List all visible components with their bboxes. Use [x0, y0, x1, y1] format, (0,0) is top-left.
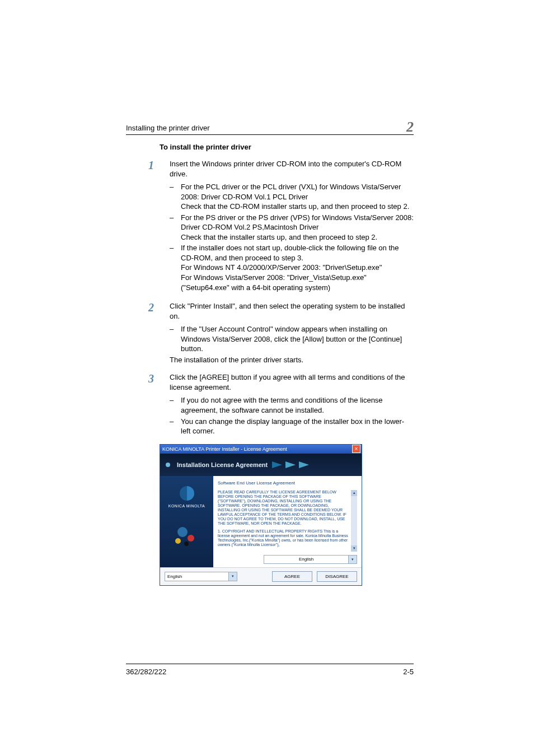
list-item: – If the installer does not start up, do… — [170, 243, 414, 292]
dialog-titlebar[interactable]: KONICA MINOLTA Printer Installer - Licen… — [160, 445, 362, 454]
disagree-button[interactable]: DISAGREE — [317, 571, 357, 582]
list-item: – For the PCL driver or the PCL driver (… — [170, 182, 414, 212]
dash-icon: – — [170, 417, 181, 436]
list-text: If the "User Account Control" window app… — [181, 324, 414, 354]
scroll-down-icon[interactable]: ▾ — [351, 545, 357, 552]
eula-paragraph: 1. COPYRIGHT AND INTELLECTUAL PROPERTY R… — [218, 529, 350, 547]
bullet-icon — [166, 463, 170, 467]
list-item: – If you do not agree with the terms and… — [170, 395, 414, 415]
list-text: For Windows Vista/Server 2008: "Driver_V… — [181, 273, 414, 292]
dash-icon: – — [170, 182, 181, 212]
dash-icon: – — [170, 324, 181, 354]
step-tail: The installation of the printer driver s… — [170, 355, 414, 365]
list-text: Check that the CD-ROM installer starts u… — [181, 202, 414, 212]
ink-splat-icon — [173, 527, 201, 549]
list-text: For the PCL driver or the PCL driver (VX… — [181, 182, 414, 202]
dash-icon: – — [170, 395, 181, 415]
chevron-down-icon[interactable]: ▾ — [349, 555, 357, 564]
step-3: 3 Click the [AGREE] button if you agree … — [148, 372, 414, 437]
dash-icon: – — [170, 213, 181, 242]
step-number: 2 — [148, 301, 170, 368]
chevron-down-icon[interactable]: ▾ — [228, 572, 237, 581]
step-lead: Click "Printer Install", and then select… — [170, 301, 414, 321]
banner-title: Installation License Agreement — [177, 461, 268, 468]
eula-textbox[interactable]: PLEASE READ CAREFULLY THE LICENSE AGREEM… — [218, 490, 357, 552]
brand-text: KONICA MINOLTA — [168, 504, 205, 508]
list-item: – For the PS driver or the PS driver (VP… — [170, 213, 414, 242]
dash-icon: – — [170, 243, 181, 292]
step-number: 3 — [148, 372, 170, 437]
agree-button[interactable]: AGREE — [272, 571, 312, 582]
list-text: If the installer does not start up, doub… — [181, 243, 414, 263]
section-title: To install the printer driver — [160, 143, 414, 151]
list-text: Check that the installer starts up, and … — [181, 232, 414, 242]
step-number: 1 — [148, 159, 170, 293]
installer-dialog: KONICA MINOLTA Printer Installer - Licen… — [160, 444, 362, 586]
list-text: For the PS driver or the PS driver (VPS)… — [181, 213, 414, 232]
list-text: If you do not agree with the terms and c… — [181, 395, 414, 415]
running-title: Installing the printer driver — [126, 124, 210, 132]
list-text: For Windows NT 4.0/2000/XP/Server 2003: … — [181, 263, 414, 273]
dialog-title: KONICA MINOLTA Printer Installer - Licen… — [162, 446, 287, 452]
step-2: 2 Click "Printer Install", and then sele… — [148, 301, 414, 368]
eula-language-value: English — [299, 557, 313, 562]
step-1: 1 Insert the Windows printer driver CD-R… — [148, 159, 414, 293]
list-item: – You can change the display language of… — [170, 417, 414, 436]
footer-model: 362/282/222 — [126, 668, 166, 676]
close-icon[interactable]: × — [352, 445, 360, 453]
chapter-number: 2 — [406, 120, 414, 134]
scrollbar[interactable]: ▴ ▾ — [351, 490, 357, 552]
eula-language-select[interactable]: English — [264, 555, 349, 564]
eula-paragraph: PLEASE READ CAREFULLY THE LICENSE AGREEM… — [218, 490, 350, 526]
scroll-up-icon[interactable]: ▴ — [351, 490, 357, 496]
arrow-icon — [272, 461, 309, 468]
konica-minolta-logo-icon — [180, 486, 194, 501]
installer-language-select[interactable]: English ▾ — [165, 572, 237, 581]
dialog-banner: Installation License Agreement — [160, 454, 362, 476]
dialog-sidebar: KONICA MINOLTA — [160, 476, 213, 567]
step-lead: Insert the Windows printer driver CD-ROM… — [170, 159, 414, 179]
footer-page: 2-5 — [403, 668, 414, 676]
step-lead: Click the [AGREE] button if you agree wi… — [170, 372, 414, 392]
installer-language-value: English — [167, 574, 182, 579]
list-text: You can change the display language of t… — [181, 417, 414, 436]
list-item: – If the "User Account Control" window a… — [170, 324, 414, 354]
eula-heading: Software End User License Agreement — [218, 480, 357, 486]
